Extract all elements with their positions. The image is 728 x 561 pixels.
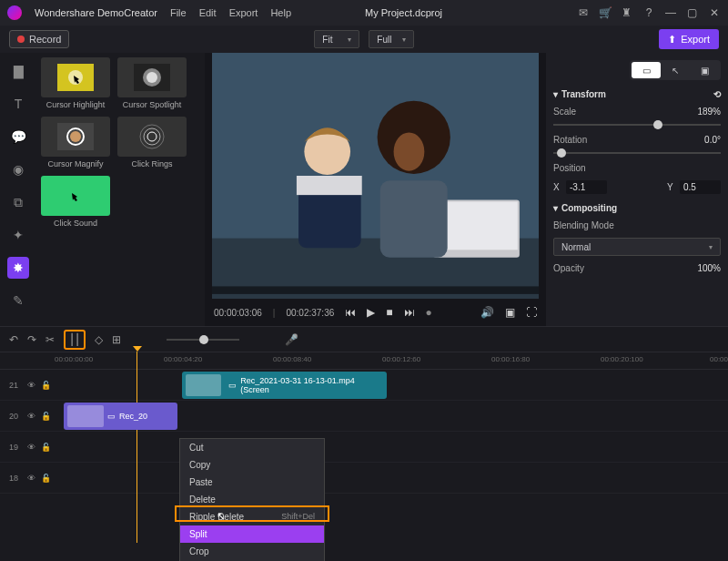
rail-effects-icon[interactable]: ✦ [7, 224, 29, 246]
context-menu-cut[interactable]: Cut [180, 439, 324, 456]
transform-header: Transform [561, 89, 606, 99]
full-dropdown[interactable]: Full▾ [369, 30, 414, 48]
split-tool-button[interactable]: ⎮⎮ [64, 330, 86, 350]
track-lock-icon[interactable]: 🔓 [41, 412, 51, 421]
app-logo-icon [7, 5, 22, 20]
fit-dropdown[interactable]: Fit▾ [314, 30, 359, 48]
cart-icon[interactable]: 🛒 [599, 6, 612, 19]
scale-slider[interactable] [553, 124, 721, 126]
transport-bar: 00:00:03:06 | 00:02:37:36 ⏮ ▶ ■ ⏭ ● 🔊 ▣ … [205, 299, 546, 326]
context-menu-ripple-delete[interactable]: Ripple DeleteShift+Del [180, 508, 324, 525]
maximize-icon[interactable]: ▢ [686, 6, 699, 19]
asset-click-rings[interactable]: Click Rings [117, 117, 187, 168]
menu-file[interactable]: File [170, 7, 187, 18]
opacity-value: 100% [697, 263, 721, 273]
redo-button[interactable]: ↷ [27, 333, 36, 346]
props-tabs: ▭ ↖ ▣ [630, 60, 721, 80]
timeline-ruler[interactable]: 00:00:00:0000:00:04:2000:00:08:4000:00:1… [0, 352, 728, 370]
svg-point-7 [70, 131, 81, 142]
ruler-tick: 00:00:20:100 [601, 355, 643, 363]
position-x-input[interactable] [566, 180, 607, 194]
rail-cursor-icon[interactable]: ✸ [7, 257, 29, 279]
clip-rec-20[interactable]: ▭Rec_20 [64, 403, 177, 430]
rail-brush-icon[interactable]: ✎ [7, 290, 29, 311]
mail-icon[interactable]: ✉ [577, 6, 590, 19]
next-button[interactable]: ⏭ [404, 306, 415, 319]
record-label: Record [29, 34, 61, 45]
app-name: Wondershare DemoCreator [35, 7, 157, 18]
close-icon[interactable]: ✕ [708, 6, 721, 19]
zoom-slider[interactable] [167, 339, 239, 341]
svg-rect-21 [297, 176, 362, 195]
track-visible-icon[interactable]: 👁 [27, 443, 35, 452]
track-visible-icon[interactable]: 👁 [27, 412, 35, 421]
context-menu-split[interactable]: Split [180, 525, 324, 543]
preview-viewport[interactable] [212, 53, 539, 299]
context-menu-paste[interactable]: Paste [180, 474, 324, 491]
time-total: 00:02:37:36 [286, 308, 334, 318]
tab-cursor-icon[interactable]: ↖ [661, 62, 690, 78]
rail-chat-icon[interactable]: 💬 [7, 126, 29, 148]
fullscreen-icon[interactable]: ⛶ [526, 306, 537, 319]
asset-cursor-spotlight[interactable]: Cursor Spotlight [117, 57, 187, 109]
ruler-tick: 00:00:25:00 [710, 355, 728, 363]
svg-rect-22 [212, 286, 539, 293]
compositing-header: Compositing [561, 203, 617, 213]
svg-point-17 [394, 132, 425, 170]
track-visible-icon[interactable]: 👁 [27, 381, 35, 390]
chevron-down-icon: ▾ [402, 36, 406, 44]
track-visible-icon[interactable]: 👁 [27, 474, 35, 483]
rotation-value: 0.0° [704, 135, 721, 145]
left-rail: ▇ T 💬 ◉ ⧉ ✦ ✸ ✎ [0, 53, 36, 326]
rail-title-icon[interactable]: T [7, 93, 29, 115]
user-icon[interactable]: ♜ [621, 6, 633, 19]
asset-cursor-highlight[interactable]: Cursor Highlight [41, 57, 110, 109]
asset-click-sound[interactable]: Click Sound [41, 176, 110, 228]
menu-help[interactable]: Help [270, 7, 291, 18]
track-lock-icon[interactable]: 🔓 [41, 474, 51, 483]
help-icon[interactable]: ? [642, 6, 655, 19]
snap-button[interactable]: ⊞ [112, 333, 121, 346]
menu-edit[interactable]: Edit [199, 7, 217, 18]
ruler-tick: 00:00:16:80 [491, 355, 530, 363]
record-button[interactable]: Record [9, 30, 69, 48]
svg-point-4 [147, 72, 157, 83]
scale-value: 189% [697, 107, 721, 117]
rotation-slider[interactable] [553, 152, 721, 154]
rail-folder-icon[interactable]: ▇ [7, 60, 29, 82]
play-button[interactable]: ▶ [367, 306, 375, 319]
cursor-arrow-icon: ↖ [217, 510, 226, 523]
blend-mode-dropdown[interactable]: Normal▾ [553, 238, 721, 256]
tab-screen-icon[interactable]: ▣ [690, 62, 719, 78]
tab-video-icon[interactable]: ▭ [632, 62, 661, 78]
minimize-icon[interactable]: — [664, 6, 677, 19]
menu-export[interactable]: Export [229, 7, 258, 18]
asset-panel: Cursor Highlight Cursor Spotlight Cursor… [36, 53, 205, 326]
asset-cursor-magnify[interactable]: Cursor Magnify [41, 117, 110, 168]
export-button[interactable]: ⬆ Export [659, 29, 719, 49]
marker-button[interactable]: ◇ [95, 333, 103, 346]
rail-transition-icon[interactable]: ⧉ [7, 191, 29, 213]
clip-rec-2021[interactable]: ▭Rec_2021-03-31 16-13-01.mp4 (Screen [182, 372, 387, 399]
chevron-down-icon: ▾ [348, 36, 351, 44]
track-lock-icon[interactable]: 🔓 [41, 381, 51, 390]
toolbar: Record Fit▾ Full▾ ⬆ Export [0, 26, 728, 53]
ruler-tick: 00:00:12:60 [382, 355, 420, 363]
context-menu-delete[interactable]: Delete [180, 491, 324, 508]
prev-button[interactable]: ⏮ [345, 306, 356, 319]
track-lock-icon[interactable]: 🔓 [41, 443, 51, 452]
ruler-tick: 00:00:08:40 [273, 355, 311, 363]
mic-icon[interactable]: 🎤 [285, 333, 298, 346]
undo-button[interactable]: ↶ [9, 333, 18, 346]
context-menu-crop[interactable]: Crop [180, 543, 324, 560]
rail-globe-icon[interactable]: ◉ [7, 158, 29, 180]
reset-transform-icon[interactable]: ⟲ [713, 89, 721, 99]
crop-tool-button[interactable]: ✂ [46, 333, 55, 346]
snapshot-icon[interactable]: ▣ [505, 306, 515, 319]
position-y-input[interactable] [680, 180, 721, 194]
svg-rect-8 [134, 123, 170, 150]
stop-button[interactable]: ■ [386, 306, 392, 319]
context-menu-copy[interactable]: Copy [180, 456, 324, 474]
record-small-button[interactable]: ● [426, 306, 432, 319]
volume-icon[interactable]: 🔊 [480, 306, 494, 319]
